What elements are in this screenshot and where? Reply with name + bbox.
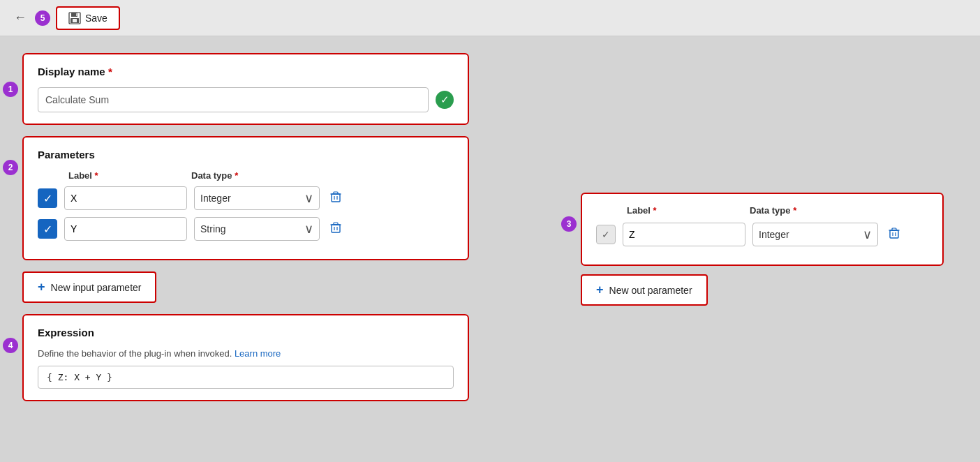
new-out-param-label: New out parameter xyxy=(609,285,692,296)
delete-param-y-button[interactable] xyxy=(327,220,345,239)
display-name-card: 1 Display name * ✓ xyxy=(22,53,469,125)
out-param-header-row: Label * Data type * xyxy=(596,205,928,216)
param-checkbox-y[interactable]: ✓ xyxy=(38,219,57,239)
out-type-header: Data type * xyxy=(750,205,875,216)
expression-title: Expression xyxy=(38,327,454,338)
chevron-down-icon: ∨ xyxy=(304,191,313,206)
param-type-select-x[interactable]: Integer ∨ xyxy=(194,186,320,210)
step-2-badge: 2 xyxy=(3,160,18,175)
svg-rect-7 xyxy=(334,192,338,194)
plus-icon: + xyxy=(38,280,45,295)
step-4-badge: 4 xyxy=(3,338,18,353)
expression-card: 4 Expression Define the behavior of the … xyxy=(22,314,469,401)
param-header-row: Label * Data type * xyxy=(38,170,454,181)
svg-rect-5 xyxy=(332,194,340,202)
expression-code[interactable]: { Z: X + Y } xyxy=(38,366,454,389)
svg-rect-10 xyxy=(332,225,340,232)
plus-icon-out: + xyxy=(596,283,604,297)
floppy-icon xyxy=(68,12,81,24)
required-star: * xyxy=(108,66,112,77)
param-row-y: ✓ String ∨ xyxy=(38,217,454,241)
delete-param-x-button[interactable] xyxy=(327,189,345,208)
param-type-header: Data type * xyxy=(191,170,317,181)
param-type-value-y: String xyxy=(200,223,226,234)
new-input-param-label: New input parameter xyxy=(51,282,142,293)
out-param-row-z: ✓ Integer ∨ xyxy=(596,223,928,246)
chevron-down-icon-y: ∨ xyxy=(304,221,313,237)
expression-desc: Define the behavior of the plug-in when … xyxy=(38,348,454,359)
display-name-input[interactable] xyxy=(38,87,429,112)
out-param-type-select-z[interactable]: Integer ∨ xyxy=(752,223,878,246)
param-label-input-x[interactable] xyxy=(64,186,187,210)
out-parameters-card: 3 Label * Data type * ✓ xyxy=(581,193,944,266)
main-content: 1 Display name * ✓ 2 Parameters xyxy=(0,36,980,418)
param-type-select-y[interactable]: String ∨ xyxy=(194,217,320,241)
param-row-x: ✓ Integer ∨ xyxy=(38,186,454,210)
svg-rect-17 xyxy=(892,228,896,230)
step-5-badge: 5 xyxy=(35,10,50,26)
param-label-input-y[interactable] xyxy=(64,217,187,241)
left-column: 1 Display name * ✓ 2 Parameters xyxy=(22,53,469,401)
trash-icon-y xyxy=(329,221,342,234)
back-icon: ← xyxy=(14,10,27,25)
svg-rect-3 xyxy=(73,19,77,22)
out-param-label-z[interactable] xyxy=(623,223,745,246)
learn-more-link[interactable]: Learn more xyxy=(235,348,281,359)
valid-check-icon: ✓ xyxy=(436,91,454,109)
new-out-param-button[interactable]: + New out parameter xyxy=(581,274,708,306)
step-1-badge: 1 xyxy=(3,82,18,97)
toolbar: ← 5 Save xyxy=(0,0,980,36)
chevron-down-icon-z: ∨ xyxy=(863,227,872,242)
display-name-title: Display name * xyxy=(38,66,454,77)
save-button[interactable]: Save xyxy=(56,6,120,30)
trash-icon-z xyxy=(888,227,900,239)
out-label-header: Label * xyxy=(627,205,750,216)
save-label: Save xyxy=(85,13,107,24)
parameters-card: 2 Parameters Label * Data type * ✓ xyxy=(22,136,469,260)
new-input-param-button[interactable]: + New input parameter xyxy=(22,271,156,303)
svg-rect-12 xyxy=(334,223,338,225)
svg-rect-15 xyxy=(890,230,898,238)
out-param-type-value-z: Integer xyxy=(759,229,789,240)
display-name-input-wrap: ✓ xyxy=(38,87,454,112)
trash-icon xyxy=(329,191,342,203)
parameters-title: Parameters xyxy=(38,149,454,161)
step-3-badge: 3 xyxy=(561,216,577,232)
delete-out-param-z-button[interactable] xyxy=(885,225,903,244)
svg-rect-4 xyxy=(76,13,77,16)
out-param-checkbox-z[interactable]: ✓ xyxy=(596,225,616,244)
back-button[interactable]: ← xyxy=(11,8,29,28)
right-column: 3 Label * Data type * ✓ xyxy=(469,53,958,401)
param-type-value-x: Integer xyxy=(200,193,231,204)
param-label-header: Label * xyxy=(68,170,191,181)
param-checkbox-x[interactable]: ✓ xyxy=(38,188,57,208)
